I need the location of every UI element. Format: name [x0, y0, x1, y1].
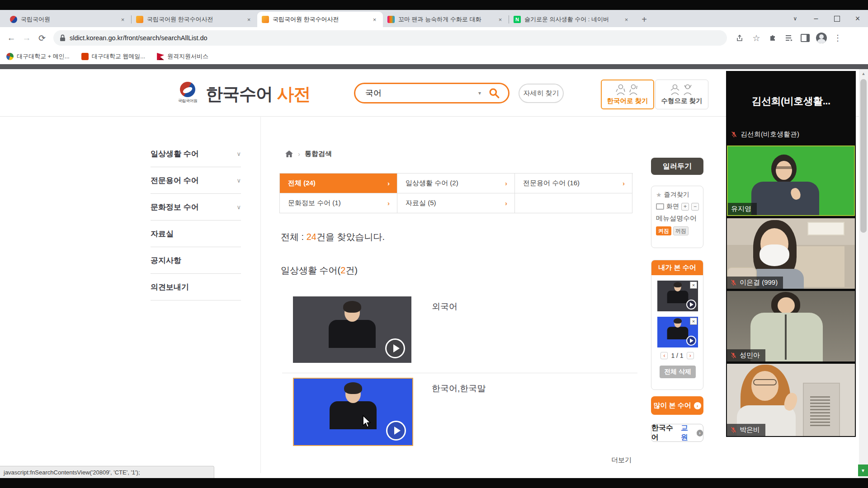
toggle-on-button[interactable]: 켜짐	[656, 226, 671, 235]
result-label[interactable]: 한국어,한국말	[432, 383, 486, 394]
participant-tile-seongmina[interactable]: 성민아	[727, 291, 855, 361]
toggle-off-button[interactable]: 꺼짐	[673, 226, 689, 235]
delete-all-button[interactable]: 전체 삭제	[660, 366, 696, 378]
bookmarks-bar: 대구대학교 + 메인... 대구대학교 웹메일... 원격지원서비스	[0, 49, 868, 64]
new-tab-button[interactable]	[637, 13, 651, 26]
search-input[interactable]: 국어	[365, 88, 478, 99]
zoom-in-button[interactable]: +	[681, 203, 689, 211]
profile-avatar[interactable]	[815, 31, 828, 45]
tab-nikl[interactable]: 국립국어원	[5, 12, 131, 27]
bookmark-daegu-main[interactable]: 대구대학교 + 메인...	[6, 52, 70, 61]
scroll-down-icon[interactable]	[858, 465, 868, 476]
play-icon[interactable]	[386, 421, 406, 441]
scroll-up-icon[interactable]	[859, 70, 868, 77]
tab-close-icon[interactable]	[245, 16, 253, 23]
find-by-handshape-button[interactable]: 수형으로 찾기	[655, 80, 708, 109]
tab-close-icon[interactable]	[119, 16, 127, 23]
site-title[interactable]: 한국수어 사전	[206, 83, 311, 106]
play-icon[interactable]	[686, 300, 696, 310]
webmail-icon	[81, 53, 89, 60]
participant-tile-parkeunbi[interactable]: 박은비	[727, 364, 855, 436]
chevron-down-icon[interactable]	[478, 90, 481, 96]
side-panel-icon[interactable]	[798, 31, 812, 45]
favorites-row[interactable]: 즐겨찾기	[656, 191, 703, 199]
share-icon[interactable]	[733, 31, 747, 45]
recent-video-thumb[interactable]	[657, 281, 698, 311]
arrow-right-icon	[505, 199, 507, 207]
logo-caption: 국립국어원	[177, 98, 198, 104]
host-name-row: 김선희(비호생활관)	[726, 127, 856, 141]
tab-all[interactable]: 전체 (24)	[280, 174, 397, 193]
sidebar-item-notice[interactable]: 공지사항	[151, 247, 241, 274]
more-link[interactable]: 더보기	[611, 456, 632, 465]
close-icon[interactable]	[690, 318, 697, 325]
page-top-border	[0, 64, 868, 69]
section-count: 2	[340, 265, 345, 275]
letterbox-bottom	[0, 478, 868, 488]
recent-video-thumb[interactable]	[657, 317, 698, 347]
result-video-korean[interactable]	[293, 378, 413, 446]
star-icon	[656, 191, 662, 198]
tab-search-chevron-icon[interactable]	[785, 10, 806, 27]
site-logo[interactable]: 국립국어원	[177, 82, 198, 104]
menu-dots-icon[interactable]	[831, 31, 844, 45]
bookmark-daegu-webmail[interactable]: 대구대학교 웹메일...	[81, 52, 145, 61]
reading-list-icon[interactable]	[782, 31, 796, 45]
bookmark-star-icon[interactable]	[750, 31, 763, 45]
bookmark-label: 대구대학교 웹메일...	[92, 52, 145, 61]
maximize-button[interactable]	[826, 10, 847, 27]
back-button[interactable]	[4, 30, 19, 46]
participant-tile-yujiyoung[interactable]: 유지영	[727, 145, 855, 216]
sidebar-item-culture-sign[interactable]: 문화정보 수어	[151, 194, 241, 221]
result-video-foreign-language[interactable]	[293, 296, 411, 363]
result-divider	[282, 373, 637, 373]
find-by-korean-button[interactable]: 한국어로 찾기	[601, 80, 654, 109]
play-icon[interactable]	[686, 336, 696, 346]
tab-close-icon[interactable]	[496, 16, 504, 23]
close-window-button[interactable]	[847, 10, 868, 27]
tab-close-icon[interactable]	[623, 16, 630, 23]
reload-button[interactable]	[34, 30, 50, 46]
signer-silhouette	[329, 304, 376, 348]
participant-tile-leeeungyeol[interactable]: 이은결 (999)	[727, 218, 855, 289]
sidebar-item-daily-sign[interactable]: 일상생활 수어	[151, 141, 241, 167]
play-icon[interactable]	[385, 338, 405, 358]
tab-daily-sign[interactable]: 일상생활 수어 (2)	[397, 174, 515, 193]
tab-terminology-sign[interactable]: 전문용어 수어 (16)	[515, 174, 632, 193]
detail-search-button[interactable]: 자세히 찾기	[519, 84, 564, 103]
home-icon[interactable]	[285, 150, 293, 158]
tab-close-icon[interactable]	[371, 16, 378, 23]
extensions-icon[interactable]	[766, 31, 779, 45]
tab-culture-sign[interactable]: 문화정보 수어 (1)	[280, 193, 397, 213]
popular-signs-button[interactable]: 많이 본 수어	[651, 396, 703, 415]
tab-jtbc[interactable]: 꼬마 팬과 능숙하게 수화로 대화	[383, 12, 509, 27]
close-icon[interactable]	[690, 282, 697, 289]
scrollbar-thumb[interactable]	[860, 79, 867, 233]
pager-prev-button[interactable]: ‹	[660, 352, 668, 359]
search-box[interactable]: 국어	[354, 83, 509, 103]
page-scrollbar[interactable]	[859, 69, 868, 478]
arrow-right-icon	[505, 179, 507, 187]
sign-teacher-link[interactable]: 한국수어교원	[651, 424, 703, 442]
minimize-button[interactable]	[806, 10, 826, 27]
chevron-down-icon	[236, 150, 241, 157]
address-bar[interactable]: sldict.korean.go.kr/front/search/searchA…	[53, 30, 727, 46]
forward-button[interactable]	[19, 30, 34, 46]
result-label[interactable]: 외국어	[432, 301, 458, 313]
bookmark-remote-support[interactable]: 원격지원서비스	[157, 52, 208, 61]
tab-naver[interactable]: 슬기로운 의사생활 수어 : 네이버	[509, 12, 635, 27]
participant-name-badge: 유지영	[728, 203, 757, 215]
sidebar-item-feedback[interactable]: 의견보내기	[151, 274, 241, 300]
tab-sldict-active[interactable]: 국립국어원 한국수어사전	[257, 12, 383, 27]
tab-sldict-1[interactable]: 국립국어원 한국수어사전	[132, 12, 257, 27]
tab-empty-cell	[515, 193, 632, 213]
pager-next-button[interactable]: ›	[687, 352, 694, 359]
meeting-title: 김선희(비호생활...	[726, 94, 856, 108]
browser-toolbar: sldict.korean.go.kr/front/search/searchA…	[0, 27, 868, 49]
sidebar-item-terminology-sign[interactable]: 전문용어 수어	[151, 167, 241, 194]
sidebar-item-archive[interactable]: 자료실	[151, 221, 241, 247]
search-icon[interactable]	[488, 87, 500, 99]
guide-button[interactable]: 일러두기	[651, 158, 703, 175]
tab-archive[interactable]: 자료실 (5)	[397, 193, 515, 213]
zoom-out-button[interactable]: −	[691, 203, 699, 211]
